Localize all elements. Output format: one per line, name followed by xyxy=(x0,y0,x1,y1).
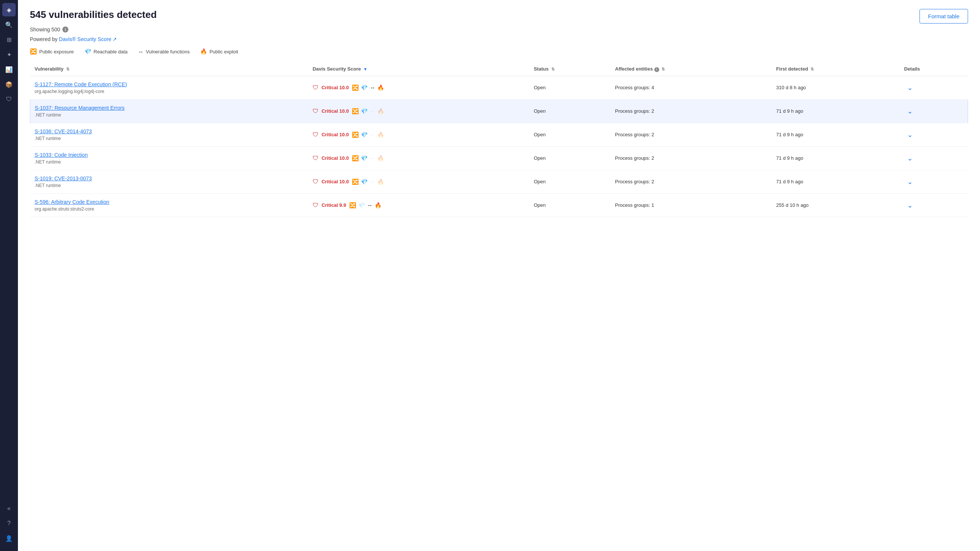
legend-item-functions: ↔ Vulnerable functions xyxy=(138,49,190,55)
col-vulnerability[interactable]: Vulnerability ⇅ xyxy=(30,62,308,76)
score-icon-0: 🔀 xyxy=(352,155,359,162)
shield-icon: 🛡 xyxy=(313,155,318,162)
status-cell: Open xyxy=(529,123,611,146)
score-icon-0: 🔀 xyxy=(349,202,356,209)
affected-cell: Process groups: 2 xyxy=(611,123,772,146)
expand-button-S-1033[interactable]: ⌄ xyxy=(904,153,916,164)
expand-button-S-1037[interactable]: ⌄ xyxy=(904,106,916,117)
affected-cell: Process groups: 2 xyxy=(611,99,772,123)
legend-label-exploit: Public exploit xyxy=(210,49,238,54)
davis-security-score-link[interactable]: Davis® Security Score ↗ xyxy=(59,36,117,42)
col-score[interactable]: Davis Security Score ▼ xyxy=(308,62,529,76)
legend-item-exposure: 🔀 Public exposure xyxy=(30,48,74,55)
detected-cell: 71 d 9 h ago xyxy=(772,170,899,194)
score-icon-0: 🔀 xyxy=(352,178,359,185)
sidebar-icon-grid[interactable]: ⊞ xyxy=(2,33,16,46)
shield-icon: 🛡 xyxy=(313,178,318,185)
score-icon-0: 🔀 xyxy=(352,108,359,114)
detected-cell: 310 d 8 h ago xyxy=(772,76,899,99)
score-icon-2: ↔ xyxy=(370,178,375,185)
affected-cell: Process groups: 4 xyxy=(611,76,772,99)
vuln-link-S-1037[interactable]: S-1037: Resource Management Errors xyxy=(35,105,304,111)
score-icons: 🔀💎↔🔥 xyxy=(352,155,384,162)
score-icon-3: 🔥 xyxy=(375,202,382,209)
status-cell: Open xyxy=(529,194,611,217)
affected-info-icon[interactable]: i xyxy=(654,67,659,72)
main-content: 545 vulnerabilities detected Format tabl… xyxy=(18,0,980,551)
score-label: Critical 9.9 xyxy=(321,202,346,208)
public-exposure-icon: 🔀 xyxy=(30,48,37,55)
score-icon-3: 🔥 xyxy=(377,132,384,138)
sidebar-icon-package[interactable]: 📦 xyxy=(2,78,16,91)
affected-cell: Process groups: 2 xyxy=(611,146,772,170)
score-icon-0: 🔀 xyxy=(352,84,359,91)
package-icon: 📦 xyxy=(5,81,13,88)
grid-icon: ⊞ xyxy=(7,36,11,43)
vuln-link-S-1019[interactable]: S-1019: CVE-2013-0073 xyxy=(35,175,304,181)
vulnerable-functions-icon: ↔ xyxy=(138,49,144,55)
user-icon: 👤 xyxy=(5,535,13,542)
score-icon-3: 🔥 xyxy=(377,178,384,185)
help-icon: ? xyxy=(8,520,11,527)
vuln-link-S-1036[interactable]: S-1036: CVE-2014-4073 xyxy=(35,129,304,134)
sidebar-icon-chart[interactable]: 📊 xyxy=(2,63,16,76)
score-icon-2: ↔ xyxy=(370,132,375,138)
table-row: S-1037: Resource Management Errors .NET … xyxy=(30,99,968,123)
expand-button-S-596[interactable]: ⌄ xyxy=(904,200,916,211)
showing-info-icon[interactable]: i xyxy=(62,27,68,32)
sidebar-icon-help[interactable]: ? xyxy=(2,517,16,530)
legend-item-exploit: 🔥 Public exploit xyxy=(200,48,238,55)
page-title: 545 vulnerabilities detected xyxy=(30,9,157,21)
col-status[interactable]: Status ⇅ xyxy=(529,62,611,76)
table-row: S-1036: CVE-2014-4073 .NET runtime 🛡 Cri… xyxy=(30,123,968,146)
col-details: Details xyxy=(900,62,968,76)
expand-button-S-1036[interactable]: ⌄ xyxy=(904,129,916,140)
score-label: Critical 10.0 xyxy=(321,155,349,161)
vuln-sub-S-596: org.apache.struts:struts2-core xyxy=(35,206,94,212)
sort-icon-affected: ⇅ xyxy=(662,67,665,71)
score-icon-2: ↔ xyxy=(370,84,375,91)
score-icon-1: 💎 xyxy=(361,84,368,91)
page-header: 545 vulnerabilities detected Format tabl… xyxy=(30,9,968,24)
expand-button-S-1127[interactable]: ⌄ xyxy=(904,82,916,93)
score-icon-0: 🔀 xyxy=(352,132,359,138)
col-detected[interactable]: First detected ⇅ xyxy=(772,62,899,76)
sort-icon-detected: ⇅ xyxy=(810,67,814,71)
score-icon-1: 💎 xyxy=(361,108,368,114)
vuln-sub-S-1033: .NET runtime xyxy=(35,159,61,165)
table-header: Vulnerability ⇅ Davis Security Score ▼ S… xyxy=(30,62,968,76)
vuln-link-S-1033[interactable]: S-1033: Code Injection xyxy=(35,152,304,158)
format-table-button[interactable]: Format table xyxy=(920,9,968,24)
logo-icon: ◈ xyxy=(7,6,11,13)
external-link-icon: ↗ xyxy=(112,36,117,42)
vuln-link-S-1127[interactable]: S-1127: Remote Code Execution (RCE) xyxy=(35,81,304,87)
score-icons: 🔀💎↔🔥 xyxy=(352,108,384,114)
score-icons: 🔀💎↔🔥 xyxy=(349,202,382,209)
vuln-link-S-596[interactable]: S-596: Arbitrary Code Execution xyxy=(35,199,304,205)
expand-button-S-1019[interactable]: ⌄ xyxy=(904,176,916,187)
sidebar-icon-security[interactable]: 🛡 xyxy=(2,92,16,106)
legend-label-functions: Vulnerable functions xyxy=(146,49,190,54)
sidebar-icon-star[interactable]: ✦ xyxy=(2,48,16,61)
detected-cell: 71 d 9 h ago xyxy=(772,146,899,170)
table-row: S-1019: CVE-2013-0073 .NET runtime 🛡 Cri… xyxy=(30,170,968,194)
vuln-sub-S-1036: .NET runtime xyxy=(35,136,61,141)
legend-label-reachable: Reachable data xyxy=(94,49,128,54)
security-icon: 🛡 xyxy=(6,96,12,103)
sidebar-icon-logo[interactable]: ◈ xyxy=(2,3,16,16)
public-exploit-icon: 🔥 xyxy=(200,48,207,55)
table-row: S-1033: Code Injection .NET runtime 🛡 Cr… xyxy=(30,146,968,170)
score-label: Critical 10.0 xyxy=(321,179,349,184)
sidebar-icon-search[interactable]: 🔍 xyxy=(2,18,16,31)
sidebar-icon-user[interactable]: 👤 xyxy=(2,532,16,545)
detected-cell: 71 d 9 h ago xyxy=(772,99,899,123)
score-icon-1: 💎 xyxy=(361,132,368,138)
col-affected[interactable]: Affected entities i ⇅ xyxy=(611,62,772,76)
score-icons: 🔀💎↔🔥 xyxy=(352,84,384,91)
sidebar-icon-collapse[interactable]: « xyxy=(2,502,16,515)
status-cell: Open xyxy=(529,76,611,99)
vuln-sub-S-1019: .NET runtime xyxy=(35,183,61,188)
reachable-data-icon: 💎 xyxy=(84,48,92,55)
score-icon-2: ↔ xyxy=(370,108,375,114)
score-icon-1: 💎 xyxy=(361,155,368,162)
